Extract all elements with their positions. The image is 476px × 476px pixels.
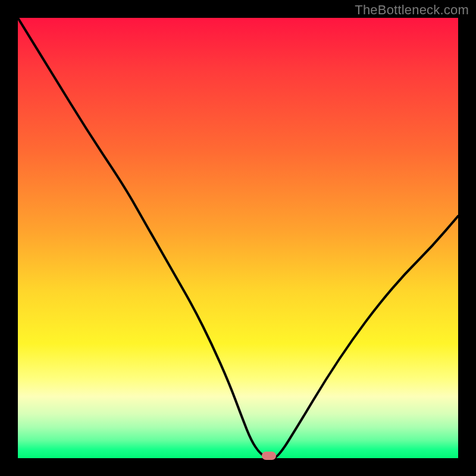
chart-frame: TheBottleneck.com — [0, 0, 476, 476]
plot-area — [18, 18, 458, 458]
bottleneck-curve — [18, 18, 458, 458]
optimal-marker — [262, 452, 276, 460]
watermark-text: TheBottleneck.com — [355, 2, 469, 18]
